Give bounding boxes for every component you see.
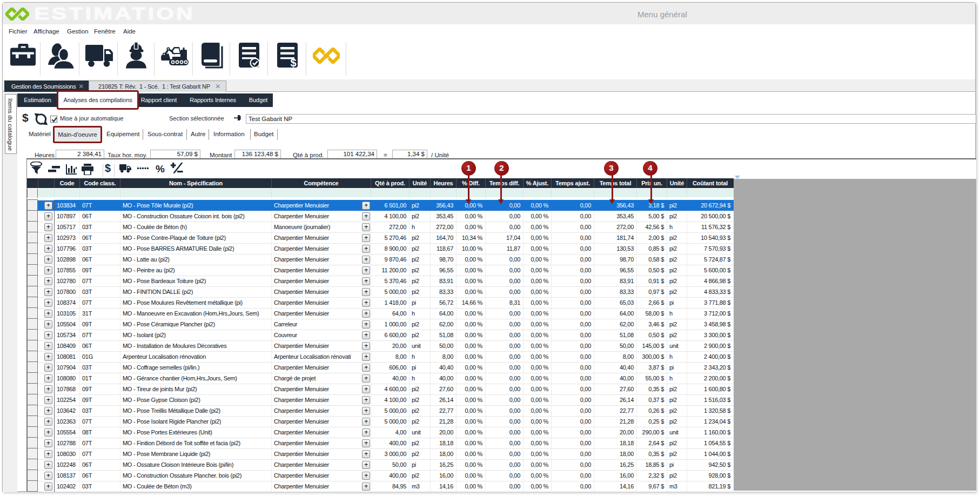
svg-text:$: $	[290, 57, 296, 68]
svg-text:x: x	[35, 163, 38, 170]
